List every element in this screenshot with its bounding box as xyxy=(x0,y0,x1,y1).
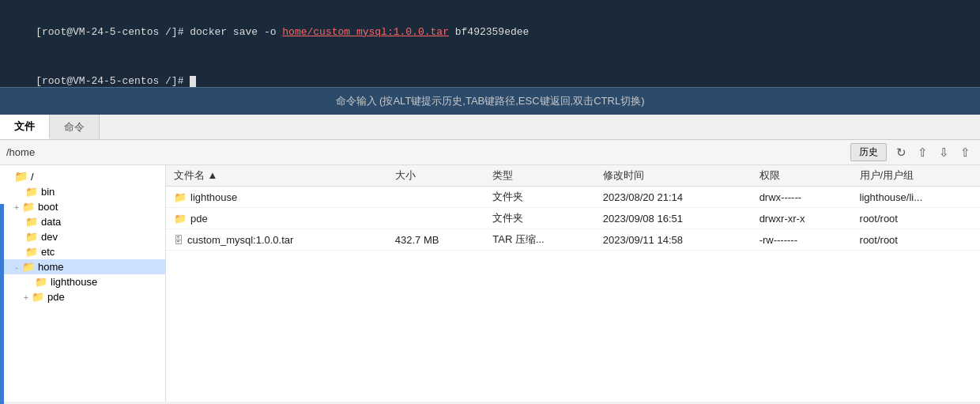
toolbar-icons: ↻ ⇧ ⇩ ⇧ xyxy=(893,144,974,161)
tree-label-boot: boot xyxy=(38,201,58,213)
blue-strip xyxy=(0,204,4,402)
terminal-cursor xyxy=(190,76,196,87)
cell-perm: drwxr-xr-x xyxy=(752,208,852,229)
move-up-icon[interactable]: ⇧ xyxy=(957,144,974,161)
tree-label-etc: etc xyxy=(41,246,55,258)
folder-icon-root: 📁 xyxy=(14,170,28,183)
cmd-input-label: 命令输入 (按ALT键提示历史,TAB键路径,ESC键返回,双击CTRL切换) xyxy=(336,95,645,107)
tab-commands-label: 命令 xyxy=(64,120,85,134)
current-path: /home xyxy=(6,146,844,158)
col-name[interactable]: 文件名 ▲ xyxy=(166,165,387,187)
tree-label-lighthouse: lighthouse xyxy=(51,276,97,288)
cell-user: lighthouse/li... xyxy=(852,187,980,208)
cell-size: 432.7 MB xyxy=(387,229,484,251)
cell-type: 文件夹 xyxy=(484,187,595,208)
cell-user: root/root xyxy=(852,208,980,229)
tab-commands[interactable]: 命令 xyxy=(50,115,100,139)
tab-files[interactable]: 文件 xyxy=(0,115,50,139)
tree-toggle-pde: + xyxy=(21,293,32,302)
cell-name: 📁lighthouse xyxy=(166,187,387,208)
cell-type: 文件夹 xyxy=(484,208,595,229)
cell-perm: -rw------- xyxy=(752,229,852,251)
folder-icon-boot: 📁 xyxy=(22,201,35,213)
cmd-input-bar[interactable]: 命令输入 (按ALT键提示历史,TAB键路径,ESC键返回,双击CTRL切换) xyxy=(0,87,980,115)
tree-item-etc[interactable]: 📁 etc xyxy=(0,244,165,259)
tabs-bar: 文件 命令 xyxy=(0,115,980,140)
tar-icon: 🗄 xyxy=(174,235,183,246)
tree-item-home[interactable]: - 📁 home xyxy=(0,259,165,274)
terminal-prompt-1: [root@VM-24-5-centos /]# xyxy=(36,26,190,38)
terminal-cmd-rest: bf492359edee xyxy=(449,26,529,38)
col-size[interactable]: 大小 xyxy=(387,165,484,187)
tree-item-bin[interactable]: 📁 bin xyxy=(0,184,165,199)
tree-label-pde: pde xyxy=(47,291,65,303)
col-perm[interactable]: 权限 xyxy=(752,165,852,187)
col-user[interactable]: 用户/用户组 xyxy=(852,165,980,187)
col-modified[interactable]: 修改时间 xyxy=(595,165,752,187)
tree-item-boot[interactable]: + 📁 boot xyxy=(0,199,165,214)
cell-modified: 2023/09/11 14:58 xyxy=(595,229,752,251)
cell-modified: 2023/08/20 21:14 xyxy=(595,187,752,208)
folder-icon: 📁 xyxy=(174,213,187,225)
tree-item-pde[interactable]: + 📁 pde xyxy=(0,289,165,304)
cell-type: TAR 压缩... xyxy=(484,229,595,251)
folder-icon-bin: 📁 xyxy=(25,186,38,198)
terminal-cmd-highlight: home/custom_mysql:1.0.0.tar xyxy=(282,26,449,38)
tree-item-root[interactable]: 📁 / xyxy=(0,168,165,184)
folder-icon-etc: 📁 xyxy=(25,246,38,258)
cell-name: 📁pde xyxy=(166,208,387,229)
tree-label-bin: bin xyxy=(41,186,55,198)
terminal-line-1: [root@VM-24-5-centos /]# docker save -o … xyxy=(11,8,969,57)
file-list[interactable]: 文件名 ▲ 大小 类型 修改时间 权限 xyxy=(166,165,980,402)
folder-icon-pde: 📁 xyxy=(32,291,44,303)
cell-size xyxy=(387,208,484,229)
cell-modified: 2023/09/08 16:51 xyxy=(595,208,752,229)
folder-icon-home: 📁 xyxy=(22,261,35,273)
cell-size xyxy=(387,187,484,208)
folder-icon: 📁 xyxy=(174,191,187,203)
table-row[interactable]: 🗄custom_mysql:1.0.0.tar 432.7 MB TAR 压缩.… xyxy=(166,229,980,251)
table-row[interactable]: 📁lighthouse 文件夹 2023/08/20 21:14 drwx---… xyxy=(166,187,980,208)
table-row[interactable]: 📁pde 文件夹 2023/09/08 16:51 drwxr-xr-x roo… xyxy=(166,208,980,229)
tree-item-lighthouse[interactable]: 📁 lighthouse xyxy=(0,274,165,289)
cell-perm: drwx------ xyxy=(752,187,852,208)
tab-files-label: 文件 xyxy=(14,119,35,134)
terminal-cmd-normal: docker save -o xyxy=(190,26,282,38)
refresh-icon[interactable]: ↻ xyxy=(893,144,910,161)
cell-user: root/root xyxy=(852,229,980,251)
upload-icon[interactable]: ⇧ xyxy=(914,144,931,161)
tree-label-data: data xyxy=(41,216,61,228)
tree-item-dev[interactable]: 📁 dev xyxy=(0,229,165,244)
tree-item-data[interactable]: 📁 data xyxy=(0,214,165,229)
tree-toggle-home: - xyxy=(11,262,22,272)
tree-label-root: / xyxy=(31,171,34,183)
terminal: [root@VM-24-5-centos /]# docker save -o … xyxy=(0,0,980,87)
download-icon[interactable]: ⇩ xyxy=(936,144,952,161)
col-type[interactable]: 类型 xyxy=(484,165,595,187)
path-bar: /home 历史 ↻ ⇧ ⇩ ⇧ xyxy=(0,140,980,165)
terminal-prompt-2: [root@VM-24-5-centos /]# xyxy=(36,75,190,87)
file-area: 📁 / 📁 bin + 📁 boot 📁 dat xyxy=(0,165,980,402)
folder-icon-lighthouse: 📁 xyxy=(35,276,47,288)
folder-icon-dev: 📁 xyxy=(25,231,38,243)
cell-name: 🗄custom_mysql:1.0.0.tar xyxy=(166,229,387,251)
tree-label-dev: dev xyxy=(41,231,58,243)
tree-label-home: home xyxy=(38,261,64,273)
tree-sidebar[interactable]: 📁 / 📁 bin + 📁 boot 📁 dat xyxy=(0,165,166,402)
folder-icon-data: 📁 xyxy=(25,216,38,228)
history-button[interactable]: 历史 xyxy=(850,143,887,161)
tree-toggle-boot: + xyxy=(11,202,22,212)
file-manager: /home 历史 ↻ ⇧ ⇩ ⇧ 📁 / 📁 bin xyxy=(0,140,980,402)
